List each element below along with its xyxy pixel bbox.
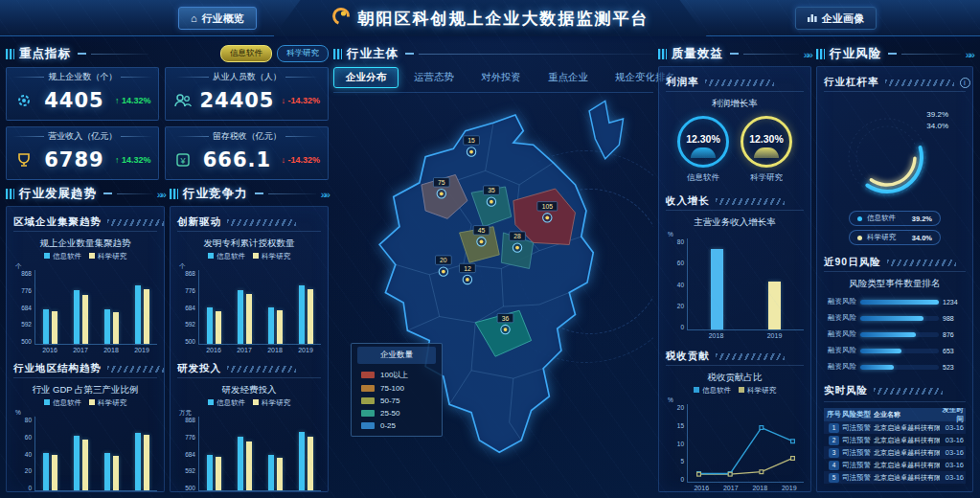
metric-card-2[interactable]: 从业人员数（人）24405↓ -14.32% [165, 67, 329, 121]
chart-leverage-arc: 39.2%34.0%信息软件39.2%科学研究34.0% [824, 96, 966, 249]
panel-header-icon [6, 49, 14, 59]
scroll-arrows-icon[interactable] [157, 185, 165, 202]
industry-trends-panel: 行业发展趋势 区域企业集聚趋势 规上企业数量集聚趋势信息软件科学研究个86877… [6, 184, 165, 492]
risk-table-row[interactable]: 1司法预警北京启迪卓越科技有限公司03-16 [824, 421, 966, 434]
chart-tax-line: 税收贡献占比信息软件科学研究%201510502016201720182019 [666, 370, 804, 491]
competitiveness-panel: 行业竞争力 创新驱动 发明专利累计授权数量信息软件科学研究个8687766845… [170, 184, 329, 492]
industry-subjects-panel: 行业主体 企业分布运营态势对外投资重点企业规企变化排名 [333, 44, 653, 492]
section-profit-rate: 利润率 [666, 73, 804, 96]
page-title: 朝阳区科创规上企业大数据监测平台 [358, 8, 650, 30]
key-metrics-panel: 重点指标 信息软件科学研究 规上企业数（个）4405↑ 14.32%从业人员数（… [6, 44, 329, 180]
map-legend-item: 0-25 [352, 419, 442, 432]
metric-card-3[interactable]: 营业收入（亿元）6789↑ 14.32% [6, 126, 159, 180]
risk-rank-row: 融资风险653 [824, 346, 966, 355]
quality-title: 质量效益 [672, 46, 723, 62]
coin-icon: ¥ [173, 150, 193, 170]
section-90day-risk: 近90日风险 [824, 253, 966, 276]
section-tax-contribution: 税收贡献 [666, 347, 804, 370]
metric-card-1[interactable]: 规上企业数（个）4405↑ 14.32% [6, 67, 159, 121]
section-rd-investment: 研发投入 [177, 359, 321, 382]
risk-table-row[interactable]: 5司法预警北京启迪卓越科技有限公司03-16 [824, 471, 966, 484]
industry-subjects-title: 行业主体 [347, 46, 399, 62]
risk-table-row[interactable]: 6司法预警北京启迪卓越科技有限公司03-16 [824, 484, 966, 486]
nav-enterprise-portrait[interactable]: 企业画像 [795, 7, 877, 30]
scroll-arrows-icon[interactable] [966, 45, 973, 62]
metric-cards-grid: 规上企业数（个）4405↑ 14.32%从业人员数（人）24405↓ -14.3… [6, 67, 329, 180]
metric-label: 营业收入（亿元） [12, 130, 152, 143]
info-icon[interactable]: i [960, 78, 970, 88]
svg-text:15: 15 [467, 137, 475, 144]
risk-rank-row: 融资风险876 [824, 329, 966, 339]
metric-value: 4405 [40, 89, 108, 112]
metric-value: 6789 [40, 148, 108, 171]
metric-label: 留存税收（亿元） [171, 130, 322, 143]
risk-title: 行业风险 [830, 46, 881, 62]
tab-2[interactable]: 运营态势 [402, 68, 466, 87]
svg-text:12: 12 [464, 265, 471, 272]
risk-table-row[interactable]: 4司法预警北京启迪卓越科技有限公司03-16 [824, 459, 966, 471]
metric-delta: ↓ -14.32% [281, 96, 320, 105]
nav-industry-overview[interactable]: ⌂ 行业概览 [178, 7, 257, 30]
risk-rank-row: 融资风险988 [824, 313, 966, 323]
metric-filter-tags: 信息软件科学研究 [220, 45, 329, 62]
nav-portrait-label: 企业画像 [822, 11, 864, 26]
risk-table-row[interactable]: 3司法预警北京启迪卓越科技有限公司03-16 [824, 446, 966, 459]
risk-table-row[interactable]: 2司法预警北京启迪卓越科技有限公司03-16 [824, 434, 966, 446]
chart-rd-expenditure: 研发经费投入信息软件科学研究万元868776684592500201620172… [177, 382, 321, 492]
chart-enterprise-agglomeration: 规上企业数量集聚趋势信息软件科学研究个868776684592500201620… [13, 236, 157, 353]
svg-text:36: 36 [502, 315, 510, 322]
chart-gdp-share: 行业 GDP 占第三产业比例信息软件科学研究%80604020020162017… [13, 382, 157, 492]
chart-risk-rank: 风险类型事件数量排名融资风险1234融资风险988融资风险876融资风险653融… [824, 276, 966, 378]
chart-profit-gauges: 利润增长率12.30%信息软件12.30%科学研究 [666, 96, 804, 184]
section-regional-structure: 行业地区结构趋势 [13, 359, 157, 382]
map-legend-item: 25-50 [352, 407, 442, 419]
panel-header-icon [170, 189, 178, 199]
gear-icon [14, 91, 34, 110]
title-banner: 朝阳区科创规上企业大数据监测平台 [274, 0, 707, 36]
svg-text:¥: ¥ [180, 155, 187, 165]
metric-delta: ↑ 14.32% [115, 96, 151, 105]
map-ne-exclave [589, 101, 623, 158]
profit-gauge: 12.30%信息软件 [677, 116, 729, 184]
scroll-arrows-icon[interactable] [804, 45, 811, 62]
quality-benefit-panel: 质量效益 利润率 利润增长率12.30%信息软件12.30%科学研究 收入增长 … [658, 44, 811, 492]
platform-logo-icon [331, 7, 351, 30]
home-icon: ⌂ [191, 12, 197, 24]
realtime-risk-table[interactable]: 序号风险类型企业名称发生时间1司法预警北京启迪卓越科技有限公司03-162司法预… [824, 408, 966, 486]
district-map[interactable]: 1575351054528201236 企业数量 100以上75-10050-7… [333, 93, 653, 492]
metric-tag-1[interactable]: 信息软件 [220, 45, 272, 62]
map-legend-item: 75-100 [352, 382, 442, 395]
people-icon [173, 91, 193, 110]
svg-text:28: 28 [513, 233, 521, 239]
trophy-icon [14, 150, 34, 170]
panel-header-icon [333, 49, 342, 59]
section-regional-agglomeration: 区域企业集聚趋势 [13, 213, 157, 236]
tab-1[interactable]: 企业分布 [333, 67, 399, 88]
svg-text:20: 20 [440, 257, 447, 263]
panel-header-icon [658, 49, 667, 59]
trends-title: 行业发展趋势 [19, 186, 97, 202]
map-legend-item: 100以上 [352, 368, 442, 382]
subject-tabs: 企业分布运营态势对外投资重点企业规企变化排名 [333, 67, 653, 93]
metric-label: 从业人员数（人） [171, 71, 322, 83]
section-revenue-growth: 收入增长 [666, 192, 804, 215]
realtime-risk-title: 实时风险 [824, 384, 868, 397]
tab-4[interactable]: 重点企业 [536, 68, 600, 87]
metric-tag-2[interactable]: 科学研究 [277, 45, 329, 62]
scroll-arrows-icon[interactable] [321, 185, 329, 202]
risk-rank-row: 融资风险523 [824, 362, 966, 372]
metric-card-4[interactable]: 留存税收（亿元）¥666.1↓ -14.32% [165, 126, 329, 180]
map-legend: 企业数量 100以上75-10050-7525-500-25 [351, 343, 443, 437]
bar-chart-icon [808, 12, 817, 24]
svg-text:35: 35 [488, 187, 495, 193]
section-innovation: 创新驱动 [177, 213, 321, 236]
industry-risk-panel: 行业风险 行业杠杆率i 39.2%34.0%信息软件39.2%科学研究34.0%… [816, 44, 973, 492]
metric-delta: ↑ 14.32% [115, 155, 151, 165]
leverage-legend-item: 科学研究34.0% [849, 230, 941, 245]
map-legend-title: 企业数量 [357, 347, 436, 364]
metric-value: 666.1 [199, 148, 274, 171]
key-metrics-title: 重点指标 [19, 46, 71, 62]
nav-overview-label: 行业概览 [202, 11, 244, 26]
risk-rank-row: 融资风险1234 [824, 297, 966, 306]
tab-3[interactable]: 对外投资 [469, 68, 533, 87]
